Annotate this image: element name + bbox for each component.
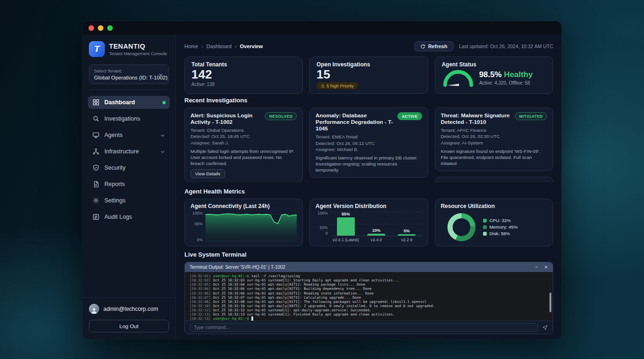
terminal-timestamp: [10:32:08] <box>190 300 211 304</box>
terminal-line: [10:32:12]Oct 25 10:32:12 svr-hq-01 syst… <box>190 308 546 312</box>
meta-line: Assignee: Michael B. <box>315 146 422 152</box>
x-tick-label: v2.2.9 <box>392 237 422 242</box>
sidebar-item-infrastructure[interactable]: Infrastructure <box>88 145 170 158</box>
active-status-dot <box>162 101 166 104</box>
terminal-line: [10:32:03]Oct 25 10:32:03 svr-hq-01 syst… <box>190 278 546 282</box>
legend-swatch-icon <box>483 225 487 229</box>
terminal-line: [10:32:01]user@svr-hq-01:~$tail -f /var/… <box>190 274 546 278</box>
sidebar-item-settings[interactable]: Settings <box>88 194 170 207</box>
badge-label: 5 high Priority <box>327 83 354 88</box>
meta-line: Assignee: AI-System <box>441 140 547 146</box>
sidebar-item-agents[interactable]: Agents <box>88 129 170 142</box>
investigation-card: Anomaly: Database Performance Degradatio… <box>309 108 428 178</box>
investigation-card: Network Issue: Connectivity Drop Tenant:… <box>435 177 553 182</box>
meta-line: Tenant: Global Operations <box>190 127 297 133</box>
brand-logo-icon: T <box>89 41 105 57</box>
last-updated: Last updated: Oct 26, 2024, 10:32 AM UTC <box>459 43 553 49</box>
terminal-text: Oct 25 10:32:07 svr-hq-01 apt-daily[9273… <box>213 295 361 300</box>
investigations-heading: Recent Investigations <box>184 97 553 104</box>
terminal-minimize-button[interactable]: − <box>535 265 538 270</box>
monitor-icon <box>92 131 100 139</box>
tenant-selector[interactable]: Select Tenant: Global Operations (ID: T-… <box>89 65 169 84</box>
terminal-text: Oct 25 10:32:10 svr-hq-01 apt-daily[9975… <box>213 304 435 308</box>
close-window-button[interactable] <box>88 25 94 31</box>
sidebar-item-audit-logs[interactable]: Audit Logs <box>88 210 170 223</box>
terminal-text: Oct 25 10:32:06 svr-hq-01 apt-daily[9273… <box>213 287 372 291</box>
sidebar-item-security[interactable]: Security <box>88 161 170 174</box>
breadcrumb-item-home[interactable]: Home <box>184 43 198 49</box>
shield-icon <box>92 164 100 172</box>
terminal-close-button[interactable]: ✕ <box>544 265 548 270</box>
sidebar-item-label: Agents <box>104 132 123 138</box>
main-content: HomeDashboardOverview Refresh Last updat… <box>176 35 562 339</box>
version-bar-chart: 85%10%5% <box>330 212 422 236</box>
refresh-button[interactable]: Refresh <box>414 41 454 51</box>
minimize-window-button[interactable] <box>98 25 103 31</box>
terminal-text: Oct 25 10:32:12 svr-hq-01 systemd[1]: ap… <box>213 308 372 312</box>
legend-label: Memory: 45% <box>490 224 518 230</box>
bar-value-label: 10% <box>372 228 381 233</box>
stats-row: Total Tenants 142 Active: 138 Open Inves… <box>184 57 553 91</box>
terminal-window: Terminal Output: Server 'SVR-HQ-01' | T-… <box>184 262 553 334</box>
connectivity-line-chart <box>205 212 297 242</box>
y-tick: 0 <box>326 231 328 236</box>
terminal-timestamp: [10:32:12] <box>190 308 211 312</box>
view-details-button[interactable]: View Details <box>190 169 225 178</box>
x-tick-label: v2.4.0 <box>361 237 391 242</box>
investigation-meta: Tenant: APAC FinanceDetected: Oct 26, 02… <box>441 127 547 145</box>
sidebar-item-label: Investigations <box>104 115 140 122</box>
stat-card-open-investigations: Open Investigations 15 ⚠ 5 high Priority <box>309 57 428 94</box>
bar <box>367 234 385 236</box>
terminal-line: [10:32:10]Oct 25 10:32:10 svr-hq-01 apt-… <box>190 304 546 308</box>
y-tick: 50% <box>320 225 328 230</box>
investigation-description: Multiple failed login attempts from unre… <box>190 148 297 166</box>
y-tick: 0% <box>197 237 203 242</box>
terminal-command-input[interactable] <box>190 323 538 332</box>
investigations-column: Threat: Malware Signature Detected - T-1… <box>435 108 553 182</box>
terminal-scrollbar[interactable] <box>549 293 551 312</box>
sidebar-item-dashboard[interactable]: Dashboard <box>88 96 170 109</box>
terminal-prompt: user@svr-hq-01:~$ <box>213 316 249 321</box>
terminal-timestamp: [10:32:06] <box>190 291 211 295</box>
terminal-line: [10:32:06]Oct 25 10:32:06 svr-hq-01 apt-… <box>190 287 546 291</box>
meta-line: Assignee: Sarah J. <box>190 140 297 146</box>
chevron-down-icon <box>158 72 164 78</box>
sidebar-item-investigations[interactable]: Investigations <box>88 112 170 125</box>
refresh-label: Refresh <box>428 43 447 49</box>
breadcrumb-item-dashboard[interactable]: Dashboard <box>198 43 232 49</box>
legend-label: CPU: 32% <box>490 218 511 223</box>
bar <box>337 217 355 236</box>
terminal-timestamp: [10:32:01] <box>190 274 211 278</box>
terminal-prompt: user@svr-hq-01:~$ <box>213 274 249 278</box>
logout-button[interactable]: Log Out <box>89 320 169 332</box>
bar <box>398 234 416 236</box>
terminal-cursor: _ <box>251 316 254 321</box>
investigation-meta: Tenant: EMEA RetailDetected: Oct 26, 06:… <box>315 134 422 152</box>
terminal-line: [10:32:07]Oct 25 10:32:07 svr-hq-01 apt-… <box>190 295 546 300</box>
stat-title: Total Tenants <box>191 61 296 68</box>
investigations-column: Anomaly: Database Performance Degradatio… <box>309 108 428 182</box>
terminal-timestamp: [10:32:03] <box>190 278 211 282</box>
gear-icon <box>92 197 100 204</box>
legend-item: Memory: 45% <box>483 224 518 230</box>
sidebar-item-reports[interactable]: Reports <box>88 178 170 191</box>
brand-name: TENANTIQ <box>109 43 167 50</box>
zoom-window-button[interactable] <box>107 25 113 31</box>
warning-icon: ⚠ <box>321 83 325 88</box>
donut-legend: CPU: 32%Memory: 45%Disk: 58% <box>483 216 518 237</box>
send-icon[interactable] <box>542 324 548 330</box>
network-icon <box>92 148 100 155</box>
y-tick: 100% <box>318 211 328 215</box>
chart-title: Agent Version Distribution <box>315 203 422 209</box>
investigation-description: Known signature found on endpoint 'WS-FI… <box>441 148 547 166</box>
legend-swatch-icon <box>483 219 487 223</box>
brand-subtitle: Tenant Management Console <box>109 51 167 56</box>
bar-group-v2-2-9: 5% <box>398 212 416 236</box>
status-badge: MITIGATED <box>515 112 547 120</box>
investigations-grid: Alert: Suspicious Login Activity - T-100… <box>184 108 553 182</box>
terminal-timestamp: [10:32:05] <box>190 282 211 287</box>
window-titlebar <box>82 21 562 35</box>
terminal-text: Oct 25 10:32:04 svr-hq-01 apt-daily[9271… <box>213 282 365 287</box>
breadcrumb-item-overview[interactable]: Overview <box>232 43 263 49</box>
brand: T TENANTIQ Tenant Management Console <box>82 35 176 62</box>
